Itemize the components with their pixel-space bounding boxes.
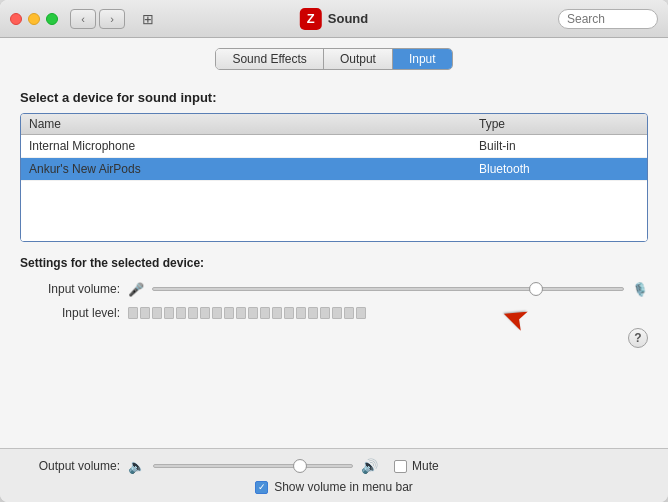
output-volume-thumb[interactable] [293, 459, 307, 473]
level-bar-20 [356, 307, 366, 319]
tab-input[interactable]: Input [393, 49, 452, 69]
input-volume-slider[interactable] [152, 280, 624, 298]
mute-area: Mute [394, 459, 439, 473]
level-bar-9 [224, 307, 234, 319]
level-bar-2 [140, 307, 150, 319]
search-input[interactable] [558, 9, 658, 29]
bottom-bar: Output volume: 🔈 🔊 Mute ✓ Show volume in… [0, 448, 668, 502]
app-icon: Z [300, 8, 322, 30]
level-bar-15 [296, 307, 306, 319]
level-bar-6 [188, 307, 198, 319]
level-bar-10 [236, 307, 246, 319]
level-bar-14 [284, 307, 294, 319]
volume-high-icon: 🔊 [361, 458, 378, 474]
title-text: Sound [328, 11, 368, 26]
table-row[interactable]: Ankur's New AirPods Bluetooth [21, 158, 647, 181]
level-bar-3 [152, 307, 162, 319]
tab-output[interactable]: Output [324, 49, 393, 69]
microphone-small-icon: 🎤 [128, 282, 144, 297]
main-window: ‹ › ⊞ Z Sound Sound Effects Output Input… [0, 0, 668, 502]
level-bar-16 [308, 307, 318, 319]
grid-icon[interactable]: ⊞ [135, 9, 161, 29]
content-area: Select a device for sound input: Name Ty… [0, 78, 668, 448]
forward-button[interactable]: › [99, 9, 125, 29]
back-button[interactable]: ‹ [70, 9, 96, 29]
input-volume-row: Input volume: 🎤 🎙️ [20, 280, 648, 298]
col-type-header: Type [479, 117, 639, 131]
show-volume-row: ✓ Show volume in menu bar [20, 480, 648, 494]
volume-low-icon: 🔈 [128, 458, 145, 474]
traffic-lights [10, 13, 58, 25]
level-bar-12 [260, 307, 270, 319]
app-icon-letter: Z [307, 11, 315, 26]
level-bar-7 [200, 307, 210, 319]
level-bar-4 [164, 307, 174, 319]
close-button[interactable] [10, 13, 22, 25]
device-type-1: Bluetooth [479, 162, 639, 176]
minimize-button[interactable] [28, 13, 40, 25]
level-bar-11 [248, 307, 258, 319]
select-device-title: Select a device for sound input: [20, 90, 648, 105]
input-volume-track [152, 287, 624, 291]
show-volume-checkbox[interactable]: ✓ [255, 481, 268, 494]
tab-group: Sound Effects Output Input [215, 48, 452, 70]
window-title: Z Sound [300, 8, 368, 30]
table-spacer [21, 181, 647, 241]
titlebar: ‹ › ⊞ Z Sound [0, 0, 668, 38]
microphone-large-icon: 🎙️ [632, 282, 648, 297]
level-bar-8 [212, 307, 222, 319]
settings-title: Settings for the selected device: [20, 256, 648, 270]
output-volume-row: Output volume: 🔈 🔊 Mute [20, 457, 648, 475]
input-level-meter [128, 307, 648, 319]
maximize-button[interactable] [46, 13, 58, 25]
device-name-0: Internal Microphone [29, 139, 479, 153]
input-volume-label: Input volume: [20, 282, 120, 296]
col-name-header: Name [29, 117, 479, 131]
settings-area: Settings for the selected device: Input … [20, 256, 648, 352]
level-bar-19 [344, 307, 354, 319]
input-level-label: Input level: [20, 306, 120, 320]
table-header: Name Type [21, 114, 647, 135]
help-button[interactable]: ? [628, 328, 648, 348]
table-row[interactable]: Internal Microphone Built-in [21, 135, 647, 158]
mute-label: Mute [412, 459, 439, 473]
output-volume-track [153, 464, 353, 468]
nav-buttons: ‹ › [70, 9, 125, 29]
level-bar-1 [128, 307, 138, 319]
device-name-1: Ankur's New AirPods [29, 162, 479, 176]
level-bar-13 [272, 307, 282, 319]
search-bar [558, 9, 658, 29]
input-volume-thumb[interactable] [529, 282, 543, 296]
tab-bar: Sound Effects Output Input [0, 38, 668, 78]
output-volume-slider[interactable] [153, 457, 353, 475]
level-bar-5 [176, 307, 186, 319]
tab-sound-effects[interactable]: Sound Effects [216, 49, 324, 69]
table-body: Internal Microphone Built-in Ankur's New… [21, 135, 647, 241]
mute-checkbox[interactable] [394, 460, 407, 473]
device-type-0: Built-in [479, 139, 639, 153]
input-level-row: Input level: [20, 306, 648, 320]
level-bar-18 [332, 307, 342, 319]
show-volume-label: Show volume in menu bar [274, 480, 413, 494]
level-bar-17 [320, 307, 330, 319]
output-volume-label: Output volume: [20, 459, 120, 473]
device-table: Name Type Internal Microphone Built-in A… [20, 113, 648, 242]
